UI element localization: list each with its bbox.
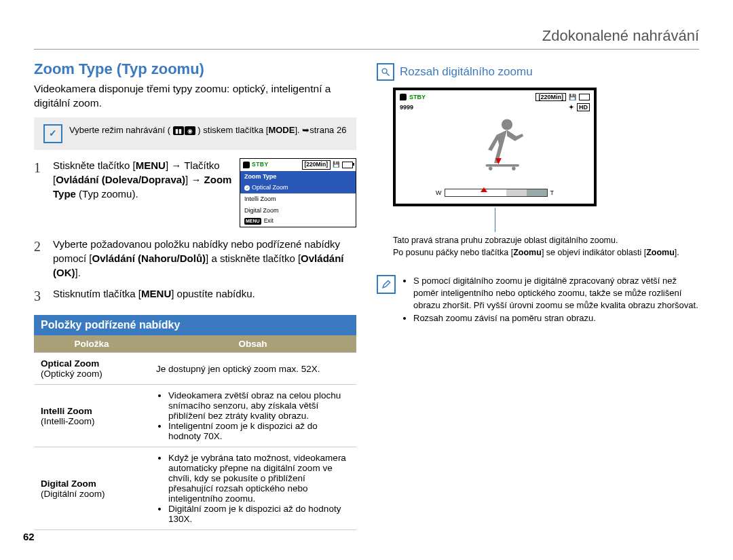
zoom-handle-icon bbox=[481, 187, 487, 192]
mode-note-text: Vyberte režim nahrávání ( ▮▮ ◉ ) stiskem… bbox=[69, 124, 346, 136]
svg-line-1 bbox=[386, 73, 389, 75]
intro-paragraph: Videokamera disponuje třemi typy zoomu: … bbox=[34, 82, 356, 111]
digital-zoom-range-title: Rozsah digitálního zoomu bbox=[377, 63, 699, 81]
svg-rect-3 bbox=[486, 164, 520, 167]
card-icon bbox=[400, 94, 407, 100]
tip-item: S pomocí digitálního zoomu je digitálně … bbox=[413, 275, 699, 312]
sub-items-table: Položka Obsah Optical Zoom(Optický zoom)… bbox=[34, 335, 356, 530]
battery-icon bbox=[342, 162, 353, 168]
svg-point-4 bbox=[489, 166, 492, 170]
step-2: 2 Vyberte požadovanou položku nabídky ne… bbox=[34, 237, 356, 280]
mode-note-box: ✓ Vyberte režim nahrávání ( ▮▮ ◉ ) stisk… bbox=[34, 117, 356, 150]
skateboarder-silhouette bbox=[474, 115, 535, 179]
page-number: 62 bbox=[23, 531, 35, 542]
preview-hud: STBY [220Min] 💾 bbox=[400, 93, 590, 101]
table-header-item: Položka bbox=[34, 335, 149, 353]
table-row: Optical Zoom(Optický zoom) Je dostupný j… bbox=[34, 353, 356, 385]
manual-page: Zdokonalené nahrávání Zoom Type (Typ zoo… bbox=[0, 0, 733, 560]
section-title: Zoom Type (Typ zoomu) bbox=[34, 60, 356, 78]
step-number-3: 3 bbox=[34, 286, 46, 305]
menu-button-icon: MENU bbox=[244, 218, 261, 225]
step-3: 3 Stisknutím tlačítka [MENU] opustíte na… bbox=[34, 286, 356, 305]
two-column-layout: Zoom Type (Typ zoomu) Videokamera dispon… bbox=[34, 60, 699, 530]
zoom-tele-label: T bbox=[550, 189, 555, 196]
video-mode-icon: ▮▮ bbox=[173, 126, 184, 135]
quality-icon: ✦ bbox=[569, 104, 574, 111]
hd-icon: HD bbox=[577, 104, 590, 111]
storage-icon: 💾 bbox=[569, 94, 576, 100]
chapter-title: Zdokonalené nahrávání bbox=[34, 27, 699, 50]
svg-point-2 bbox=[502, 119, 512, 130]
checkmark-icon: ✓ bbox=[43, 124, 62, 143]
svg-point-5 bbox=[512, 166, 515, 170]
table-header-content: Obsah bbox=[149, 335, 356, 353]
stby-indicator: STBY bbox=[409, 94, 426, 100]
step-number-2: 2 bbox=[34, 237, 46, 280]
card-icon bbox=[243, 162, 250, 168]
zoom-wide-label: W bbox=[436, 189, 442, 196]
svg-point-0 bbox=[382, 69, 387, 73]
battery-icon bbox=[579, 94, 590, 100]
callout-line bbox=[495, 208, 495, 232]
photo-mode-icon: ◉ bbox=[185, 126, 195, 135]
mode-icons: ▮▮ ◉ bbox=[173, 126, 195, 135]
time-remaining: [220Min] bbox=[535, 93, 566, 101]
tip-item: Rozsah zoomu závisí na poměru stran obra… bbox=[413, 312, 699, 324]
lcd-preview: STBY [220Min] 💾 9999 ✦ HD bbox=[393, 88, 597, 206]
zoom-bar bbox=[445, 189, 548, 197]
sub-items-header: Položky podřízené nabídky bbox=[34, 315, 356, 335]
lcd-exit-row: MENU Exit bbox=[240, 216, 356, 227]
lcd-menu-intelli-zoom: Intelli Zoom bbox=[240, 193, 356, 205]
lcd-menu-header: Zoom Type bbox=[240, 171, 356, 183]
pencil-note-icon bbox=[377, 275, 396, 294]
left-column: Zoom Type (Typ zoomu) Videokamera dispon… bbox=[34, 60, 356, 530]
table-row: Intelli Zoom(Intelli-Zoom) Videokamera z… bbox=[34, 385, 356, 447]
step-1: 1 STBY [220Min] bbox=[34, 158, 356, 230]
steps-list: 1 STBY [220Min] bbox=[34, 158, 356, 305]
example-icon bbox=[377, 63, 394, 81]
table-row: Digital Zoom(Digitální zoom) Když je vyb… bbox=[34, 447, 356, 530]
zoom-caption: Tato pravá strana pruhu zobrazuje oblast… bbox=[393, 235, 699, 259]
zoom-scale: W T bbox=[436, 189, 554, 197]
stby-indicator: STBY bbox=[252, 161, 269, 169]
step-number-1: 1 bbox=[34, 158, 46, 230]
shot-count: 9999 bbox=[400, 104, 413, 111]
lcd-menu-illustration: STBY [220Min] 💾 Zoom Type ✓Optic bbox=[240, 158, 356, 227]
storage-icon: 💾 bbox=[333, 161, 340, 169]
lcd-menu-digital-zoom: Digital Zoom bbox=[240, 205, 356, 217]
lcd-menu-optical-zoom: ✓Optical Zoom bbox=[240, 182, 356, 193]
right-column: Rozsah digitálního zoomu STBY [220Min] 💾 bbox=[377, 60, 699, 530]
time-remaining: [220Min] bbox=[302, 160, 331, 170]
tip-box: S pomocí digitálního zoomu je digitálně … bbox=[377, 275, 699, 324]
